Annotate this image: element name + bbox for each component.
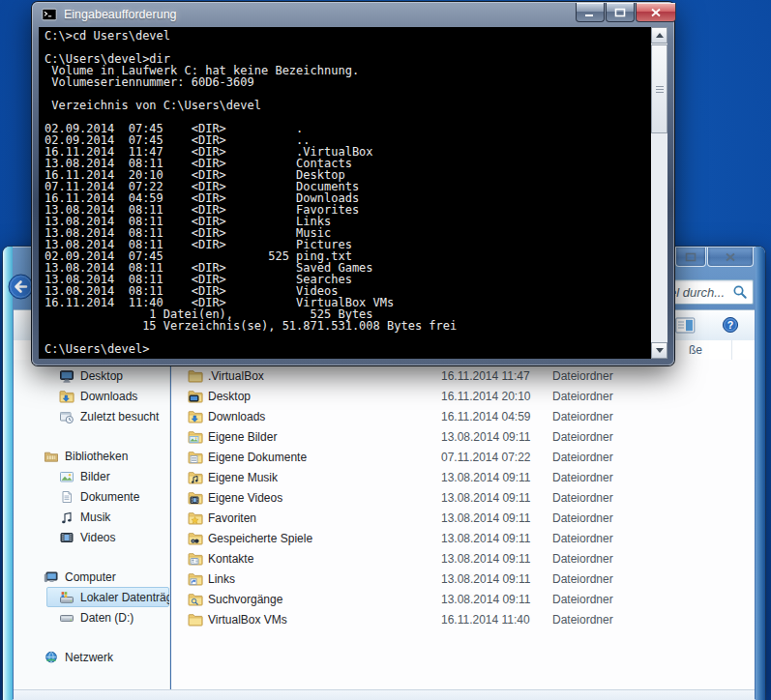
sidebar-item-label: Netzwerk bbox=[65, 651, 113, 664]
file-type: Dateiordner bbox=[552, 471, 613, 484]
sidebar-item-bibliotheken[interactable]: Bibliotheken bbox=[14, 446, 169, 466]
file-name[interactable]: Downloads bbox=[208, 410, 265, 423]
sidebar-item-videos[interactable]: Videos bbox=[14, 527, 169, 547]
scroll-thumb[interactable] bbox=[651, 44, 667, 133]
sidebar-item-label: Daten (D:) bbox=[80, 611, 133, 625]
sidebar-item-label: Desktop bbox=[80, 369, 123, 383]
svg-text:?: ? bbox=[727, 319, 733, 331]
file-type: Dateiordner bbox=[552, 613, 613, 627]
console-close-button[interactable] bbox=[636, 3, 676, 22]
desktop-icon bbox=[59, 368, 74, 384]
file-name[interactable]: Links bbox=[208, 572, 235, 586]
file-row-suchvorg-nge[interactable]: Suchvorgänge13.08.2014 09:11Dateiordner bbox=[171, 589, 755, 609]
file-name[interactable]: Eigene Bilder bbox=[208, 430, 277, 444]
file-row-virtualbox-vms[interactable]: VirtualBox VMs16.11.2014 11:40Dateiordne… bbox=[171, 609, 755, 629]
file-date: 16.11.2014 11:40 bbox=[441, 613, 530, 627]
console-maximize-button[interactable] bbox=[606, 3, 635, 22]
sidebar-item-label: Computer bbox=[65, 570, 116, 584]
console-viewport[interactable]: C:\>cd Users\devel C:\Users\devel>dir Vo… bbox=[39, 27, 667, 359]
folder-icon bbox=[188, 389, 203, 404]
scroll-up-icon bbox=[656, 33, 664, 38]
sidebar-item-musik[interactable]: Musik bbox=[14, 507, 169, 527]
size-column-header[interactable]: ße bbox=[689, 343, 702, 357]
console-titlebar[interactable]: Eingabeaufforderung bbox=[42, 7, 177, 22]
file-date: 16.11.2014 11:47 bbox=[441, 369, 530, 383]
music-icon bbox=[59, 510, 74, 525]
cmd-icon bbox=[42, 7, 57, 22]
file-type: Dateiordner bbox=[552, 390, 613, 403]
file-date: 13.08.2014 09:11 bbox=[441, 491, 531, 505]
pictures-icon bbox=[59, 469, 74, 484]
folder-icon bbox=[188, 510, 203, 526]
file-name[interactable]: VirtualBox VMs bbox=[208, 613, 287, 627]
file-row-favoriten[interactable]: Favoriten13.08.2014 09:11Dateiordner bbox=[171, 508, 755, 528]
file-type: Dateiordner bbox=[552, 593, 613, 606]
sidebar-item-computer[interactable]: Computer bbox=[14, 567, 169, 587]
file-type: Dateiordner bbox=[552, 552, 613, 566]
videos-icon bbox=[59, 530, 74, 545]
file-row-gespeicherte-spiele[interactable]: Gespeicherte Spiele13.08.2014 09:11Datei… bbox=[171, 528, 755, 548]
file-date: 07.11.2014 07:22 bbox=[441, 451, 531, 464]
sidebar-item-desktop[interactable]: Desktop bbox=[14, 365, 169, 386]
file-type: Dateiordner bbox=[552, 532, 613, 545]
recent-icon bbox=[59, 409, 74, 424]
drive-icon bbox=[59, 610, 74, 626]
file-row-eigene-dokumente[interactable]: Eigene Dokumente07.11.2014 07:22Dateiord… bbox=[171, 447, 755, 467]
file-name[interactable]: Eigene Dokumente bbox=[208, 451, 307, 464]
maximize-icon bbox=[614, 4, 626, 21]
computer-icon bbox=[44, 569, 59, 585]
file-date: 13.08.2014 09:11 bbox=[441, 593, 531, 606]
file-row-kontakte[interactable]: Kontakte13.08.2014 09:11Dateiordner bbox=[171, 548, 755, 569]
scroll-up-button[interactable] bbox=[651, 27, 667, 44]
file-name[interactable]: .VirtualBox bbox=[208, 369, 264, 383]
column-separator[interactable] bbox=[731, 340, 732, 360]
file-type: Dateiordner bbox=[552, 369, 613, 383]
console-minimize-button[interactable] bbox=[576, 3, 605, 22]
sidebar-item-zuletzt-besucht[interactable]: Zuletzt besucht bbox=[14, 406, 169, 426]
file-type: Dateiordner bbox=[552, 491, 613, 505]
scroll-down-button[interactable] bbox=[651, 342, 667, 359]
sidebar-item-downloads[interactable]: Downloads bbox=[14, 386, 169, 406]
help-icon[interactable]: ? bbox=[722, 316, 739, 334]
status-bar bbox=[14, 689, 755, 700]
sidebar-item-label: Bibliotheken bbox=[65, 450, 128, 463]
file-type: Dateiordner bbox=[552, 451, 613, 464]
file-name[interactable]: Favoriten bbox=[208, 511, 256, 525]
file-row-eigene-bilder[interactable]: Eigene Bilder13.08.2014 09:11Dateiordner bbox=[171, 426, 755, 447]
file-name[interactable]: Eigene Musik bbox=[208, 471, 278, 484]
file-row-downloads[interactable]: Downloads16.11.2014 04:59Dateiordner bbox=[171, 406, 755, 426]
explorer-maximize-button[interactable] bbox=[675, 248, 706, 267]
sidebar-item-label: Downloads bbox=[80, 390, 137, 403]
file-type: Dateiordner bbox=[552, 410, 613, 423]
console-scrollbar[interactable] bbox=[651, 27, 667, 359]
sidebar-item-netzwerk[interactable]: Netzwerk bbox=[14, 647, 169, 667]
close-icon bbox=[725, 248, 736, 266]
sidebar-item-dokumente[interactable]: Dokumente bbox=[14, 486, 169, 507]
file-type: Dateiordner bbox=[552, 430, 613, 444]
sidebar-item-daten-d[interactable]: Daten (D:) bbox=[14, 607, 169, 627]
file-type: Dateiordner bbox=[552, 511, 613, 525]
file-date: 13.08.2014 09:11 bbox=[441, 430, 531, 444]
file-row-eigene-videos[interactable]: Eigene Videos13.08.2014 09:11Dateiordner bbox=[171, 487, 755, 508]
file-row-virtualbox[interactable]: .VirtualBox16.11.2014 11:47Dateiordner bbox=[171, 365, 755, 386]
sidebar-item-bilder[interactable]: Bilder bbox=[14, 466, 169, 486]
minimize-icon bbox=[584, 4, 596, 21]
file-row-links[interactable]: Links13.08.2014 09:11Dateiordner bbox=[171, 569, 755, 589]
file-name[interactable]: Gespeicherte Spiele bbox=[208, 532, 312, 545]
file-name[interactable]: Eigene Videos bbox=[208, 491, 282, 505]
explorer-close-button[interactable] bbox=[707, 248, 754, 267]
sidebar-item-lokaler-datentr-ger[interactable]: Lokaler Datenträger bbox=[46, 587, 169, 607]
sidebar-item-label: Musik bbox=[80, 510, 110, 524]
change-view-icon[interactable] bbox=[675, 317, 696, 334]
file-row-desktop[interactable]: Desktop16.11.2014 20:10Dateiordner bbox=[171, 386, 755, 406]
folder-icon bbox=[188, 551, 203, 567]
file-date: 13.08.2014 09:11 bbox=[441, 572, 531, 586]
file-name[interactable]: Suchvorgänge bbox=[208, 593, 282, 606]
scroll-down-icon bbox=[656, 348, 664, 353]
search-icon[interactable] bbox=[731, 283, 749, 301]
back-button[interactable] bbox=[8, 274, 34, 300]
file-name[interactable]: Kontakte bbox=[208, 552, 253, 566]
sysdrive-icon bbox=[59, 590, 74, 605]
file-row-eigene-musik[interactable]: Eigene Musik13.08.2014 09:11Dateiordner bbox=[171, 467, 755, 487]
file-name[interactable]: Desktop bbox=[208, 390, 251, 403]
